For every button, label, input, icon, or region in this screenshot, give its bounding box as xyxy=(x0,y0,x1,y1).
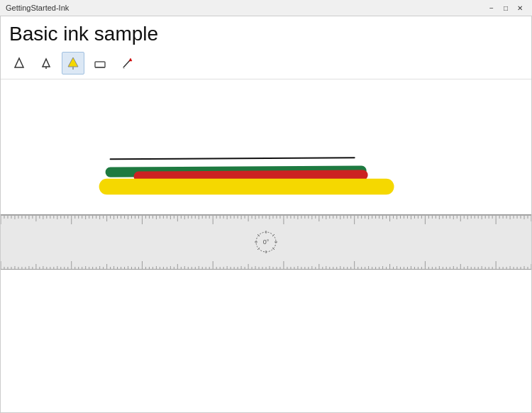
pen-tool-button[interactable] xyxy=(8,52,31,75)
canvas-area[interactable]: // Draw ticks xyxy=(1,79,531,412)
svg-marker-1 xyxy=(43,59,50,67)
page-title: Basic ink sample xyxy=(1,16,531,49)
svg-line-10 xyxy=(111,158,355,159)
pen-icon xyxy=(11,55,27,71)
svg-marker-0 xyxy=(15,58,23,67)
app-title: GettingStarted-Ink xyxy=(6,4,69,12)
rotation-angle-label: 0° xyxy=(263,238,270,246)
svg-marker-3 xyxy=(68,57,78,67)
ruler[interactable]: // Draw ticks xyxy=(1,214,531,270)
close-button[interactable]: ✕ xyxy=(514,2,526,13)
svg-line-326 xyxy=(272,234,275,236)
rotation-handle[interactable]: 0° xyxy=(252,228,280,256)
highlighter-tool-button[interactable] xyxy=(62,52,84,75)
minimize-button[interactable]: − xyxy=(485,2,498,13)
main-window: Basic ink sample xyxy=(0,16,532,413)
eraser-tool-button[interactable] xyxy=(89,52,111,75)
pencil-tool-button[interactable] xyxy=(116,52,138,75)
pen2-icon xyxy=(38,55,54,71)
highlighter-icon xyxy=(65,55,81,71)
svg-marker-8 xyxy=(129,58,132,61)
eraser-icon xyxy=(92,55,108,71)
svg-rect-5 xyxy=(95,62,105,67)
window-controls: − □ ✕ xyxy=(485,2,526,13)
svg-line-12 xyxy=(138,175,362,176)
title-bar: GettingStarted-Ink − □ ✕ xyxy=(0,0,532,16)
toolbar xyxy=(1,49,531,79)
pencil-icon xyxy=(119,55,135,71)
pen-tool-2-button[interactable] xyxy=(35,52,57,75)
maximize-button[interactable]: □ xyxy=(499,2,512,13)
